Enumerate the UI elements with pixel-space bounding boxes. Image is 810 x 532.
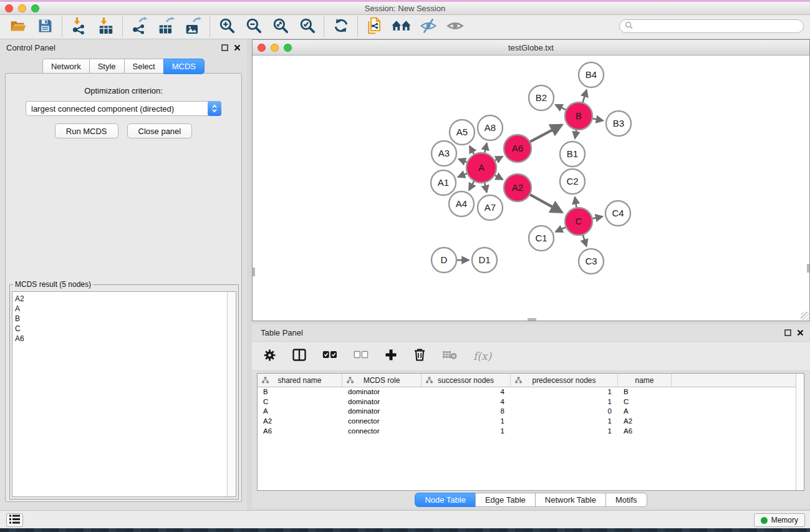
- scroll-stub[interactable]: [528, 318, 536, 321]
- network-overview-button[interactable]: [361, 16, 388, 38]
- refresh-button[interactable]: [327, 16, 354, 38]
- import-network-button[interactable]: [65, 16, 92, 38]
- zoom-selected-button[interactable]: [294, 16, 321, 38]
- result-list-item[interactable]: C: [12, 324, 236, 334]
- search-field[interactable]: [619, 19, 804, 33]
- column-header-name[interactable]: name: [618, 374, 672, 387]
- show-details-button[interactable]: [441, 16, 468, 38]
- graph-edge-B-B4[interactable]: [582, 90, 586, 103]
- table-row[interactable]: Adominator80A: [258, 407, 804, 417]
- tab-select[interactable]: Select: [124, 59, 164, 74]
- column-header-shared-name[interactable]: shared name: [258, 374, 342, 387]
- result-list-item[interactable]: A6: [12, 334, 236, 344]
- graph-edge-C-C4[interactable]: [592, 216, 603, 218]
- export-image-button[interactable]: [180, 16, 206, 38]
- scroll-stub[interactable]: [807, 264, 809, 273]
- tab-network-table[interactable]: Network Table: [535, 493, 606, 507]
- table-cell: A6: [618, 427, 672, 437]
- table-panel-header: Table Panel: [252, 324, 810, 341]
- result-list-item[interactable]: A2: [12, 294, 236, 304]
- control-panel-title: Control Panel: [6, 43, 55, 52]
- graph-edge-A-A3[interactable]: [459, 159, 468, 162]
- column-header-mcds-role[interactable]: MCDS role: [342, 374, 422, 387]
- desktop-strip-bottom: [0, 528, 810, 532]
- hierarchy-icon: [262, 377, 269, 385]
- table-cell: A: [258, 407, 342, 417]
- table-row[interactable]: Cdominator41C: [258, 397, 804, 407]
- hide-details-button[interactable]: [415, 16, 441, 38]
- deselect-all-button[interactable]: [354, 345, 369, 367]
- graph-node-label-D1: D1: [478, 254, 490, 265]
- graph-edge-B-B3[interactable]: [592, 118, 603, 120]
- delete-column-button[interactable]: [413, 345, 426, 367]
- float-panel-icon[interactable]: [221, 42, 228, 54]
- table-row[interactable]: A6connector11A6: [258, 427, 804, 437]
- column-header-successor-nodes[interactable]: successor nodes: [422, 374, 511, 387]
- close-panel-button[interactable]: Close panel: [127, 123, 193, 138]
- tab-mcds[interactable]: MCDS: [163, 59, 205, 74]
- result-list-item[interactable]: B: [12, 314, 236, 324]
- refresh-icon: [333, 17, 349, 36]
- task-history-button[interactable]: [6, 513, 23, 527]
- tab-style[interactable]: Style: [89, 59, 125, 74]
- delete-table-button[interactable]: [442, 345, 457, 367]
- tab-node-table[interactable]: Node Table: [415, 493, 476, 507]
- close-panel-icon[interactable]: [234, 42, 241, 54]
- save-session-button[interactable]: [32, 16, 59, 38]
- memory-button[interactable]: Memory: [754, 513, 805, 527]
- graph-node-label-C3: C3: [585, 256, 597, 266]
- column-header-predecessor-nodes[interactable]: predecessor nodes: [511, 374, 618, 387]
- tab-motifs[interactable]: Motifs: [605, 493, 647, 507]
- table-cell-filler: [672, 427, 804, 437]
- zoom-out-button[interactable]: [240, 16, 267, 38]
- graph-edge-A6-B[interactable]: [529, 125, 561, 142]
- table-scrollbar[interactable]: [796, 374, 804, 490]
- result-list-scrollbar[interactable]: [227, 292, 236, 496]
- close-panel-icon[interactable]: [797, 327, 804, 339]
- plus-icon: [385, 349, 397, 364]
- table-row[interactable]: Bdominator41B: [258, 387, 804, 397]
- zoom-in-button[interactable]: [213, 16, 240, 38]
- graph-edge-A-A1[interactable]: [458, 173, 468, 177]
- tab-network[interactable]: Network: [42, 59, 90, 74]
- export-network-button[interactable]: [126, 16, 153, 38]
- tab-edge-table[interactable]: Edge Table: [475, 493, 536, 507]
- float-panel-icon[interactable]: [784, 327, 791, 339]
- run-mcds-button[interactable]: Run MCDS: [55, 123, 118, 138]
- result-list-item[interactable]: A: [12, 304, 236, 314]
- graph-edge-B-B1[interactable]: [575, 130, 576, 138]
- export-network-icon: [131, 17, 148, 37]
- control-panel-tabs: Network Style Select MCDS: [0, 59, 247, 74]
- graph-edge-C-C3[interactable]: [583, 235, 587, 246]
- home-button[interactable]: [388, 16, 415, 38]
- mcds-result-list[interactable]: A2ABCA6: [12, 291, 236, 497]
- graph-edge-A-A8[interactable]: [485, 143, 486, 153]
- split-view-button[interactable]: [292, 345, 306, 367]
- export-table-button[interactable]: [153, 16, 180, 38]
- graph-edge-B-B2[interactable]: [556, 105, 566, 110]
- table-row[interactable]: A2connector11A2: [258, 417, 804, 427]
- graph-edge-A-A7[interactable]: [485, 182, 486, 192]
- search-input[interactable]: [636, 21, 803, 32]
- graph-edge-A-A6[interactable]: [494, 157, 503, 161]
- graph-edge-A-A2[interactable]: [494, 175, 503, 180]
- graph-edge-C-C1[interactable]: [556, 227, 566, 232]
- select-all-button[interactable]: [322, 345, 337, 367]
- graph-edge-A-A4[interactable]: [469, 181, 474, 190]
- table-settings-button[interactable]: [263, 345, 276, 367]
- function-builder-button[interactable]: f(x): [473, 345, 491, 367]
- graph-node-label-A7: A7: [485, 202, 496, 213]
- open-file-button[interactable]: [5, 16, 32, 38]
- graph-node-label-B: B: [576, 110, 582, 121]
- trash-icon: [413, 348, 426, 364]
- graph-edge-A-A5[interactable]: [470, 146, 474, 155]
- criterion-dropdown[interactable]: largest connected component (directed): [26, 101, 221, 116]
- graph-edge-C-C2[interactable]: [575, 197, 577, 208]
- zoom-fit-button[interactable]: [267, 16, 294, 38]
- import-table-button[interactable]: [92, 16, 119, 38]
- window-resize-grip[interactable]: [801, 312, 809, 320]
- scroll-stub[interactable]: [253, 268, 255, 276]
- add-column-button[interactable]: [385, 345, 397, 367]
- network-canvas[interactable]: B4B2BB3A8A5A6A3B1AA1C2A2A4A7C4CC1C3DD1: [253, 56, 809, 321]
- graph-edge-A2-C[interactable]: [529, 195, 562, 213]
